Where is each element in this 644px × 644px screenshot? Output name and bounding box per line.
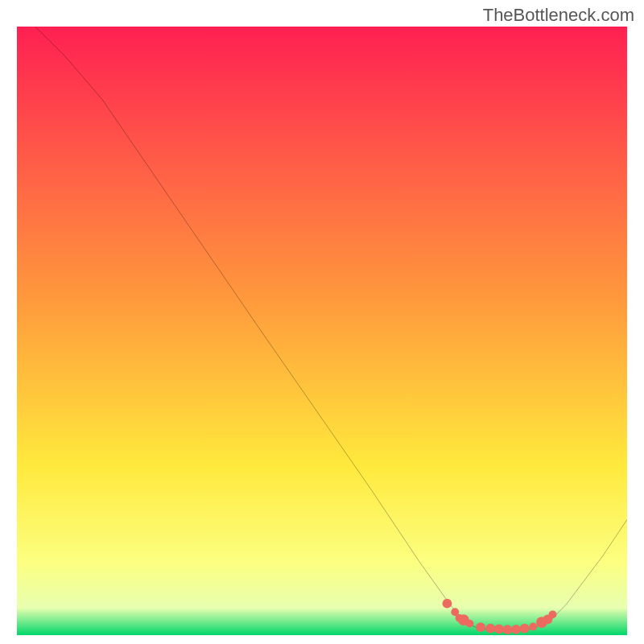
curve-marker [485, 624, 495, 634]
curve-marker [442, 599, 452, 609]
curve-marker [520, 624, 530, 634]
chart-svg [17, 27, 627, 635]
curve-marker [466, 620, 474, 628]
chart-background [17, 27, 627, 635]
plot-area [17, 27, 627, 635]
curve-marker [494, 625, 504, 634]
curve-marker [511, 625, 521, 634]
curve-marker [503, 625, 513, 634]
chart-container: TheBottleneck.com [0, 0, 644, 644]
curve-marker [529, 623, 537, 631]
curve-marker [476, 622, 485, 632]
watermark-text: TheBottleneck.com [483, 5, 634, 26]
curve-marker [549, 610, 557, 618]
